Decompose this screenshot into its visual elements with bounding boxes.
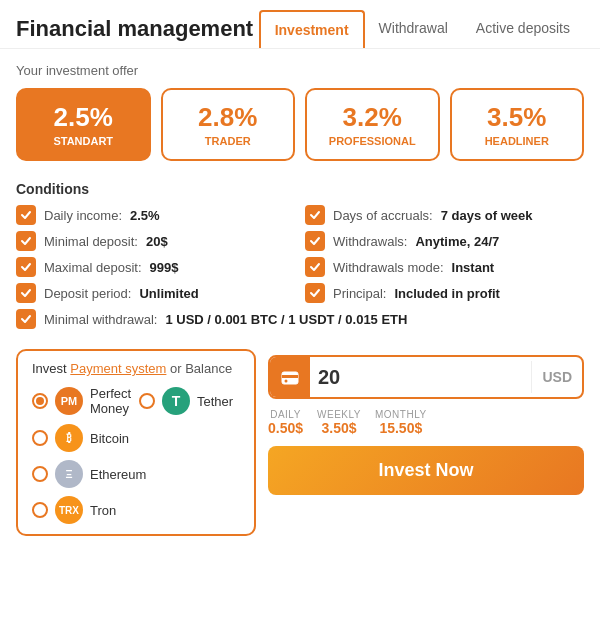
tabs: Investment Withdrawal Active deposits <box>259 10 584 48</box>
amount-input[interactable] <box>310 358 531 397</box>
offer-professional-percent: 3.2% <box>313 102 432 133</box>
label-withdrawals: Withdrawals: <box>333 234 407 249</box>
payment-tether[interactable]: T Tether <box>139 386 240 416</box>
label-min-w: Minimal withdrawal: <box>44 312 157 327</box>
offer-headliner-percent: 3.5% <box>458 102 577 133</box>
radio-tether[interactable] <box>139 393 155 409</box>
value-max-dep: 999$ <box>150 260 179 275</box>
amount-icon <box>270 357 310 397</box>
offer-headliner-name: HEADLINER <box>458 135 577 147</box>
offer-headliner[interactable]: 3.5% HEADLINER <box>450 88 585 161</box>
trx-icon: TRX <box>55 496 83 524</box>
value-principal: Included in profit <box>394 286 499 301</box>
offer-trader-percent: 2.8% <box>169 102 288 133</box>
payment-list: PM Perfect Money T Tether ₿ Bitcoin Ξ Et <box>32 386 240 524</box>
stat-weekly: WEEKLY 3.50$ <box>317 409 361 436</box>
condition-withdrawals: Withdrawals: Anytime, 24/7 <box>305 231 584 251</box>
btc-icon: ₿ <box>55 424 83 452</box>
condition-min-withdrawal: Minimal withdrawal: 1 USD / 0.001 BTC / … <box>16 309 584 329</box>
condition-days-accruals: Days of accruals: 7 days of week <box>305 205 584 225</box>
tab-withdrawal[interactable]: Withdrawal <box>365 10 462 48</box>
offer-professional[interactable]: 3.2% PROFESSIONAL <box>305 88 440 161</box>
pm-icon: PM <box>55 387 83 415</box>
label-daily: Daily income: <box>44 208 122 223</box>
conditions-grid: Daily income: 2.5% Days of accruals: 7 d… <box>16 205 584 329</box>
label-days: Days of accruals: <box>333 208 433 223</box>
condition-withdrawals-mode: Withdrawals mode: Instant <box>305 257 584 277</box>
payment-system-link[interactable]: Payment system <box>70 361 166 376</box>
stat-daily: DAILY 0.50$ <box>268 409 303 436</box>
btc-label: Bitcoin <box>90 431 129 446</box>
stat-monthly-value: 15.50$ <box>375 420 427 436</box>
pm-label: Perfect Money <box>90 386 133 416</box>
value-period: Unlimited <box>139 286 198 301</box>
payment-perfect-money[interactable]: PM Perfect Money <box>32 386 133 416</box>
check-icon-min-w <box>16 309 36 329</box>
radio-ethereum[interactable] <box>32 466 48 482</box>
tether-icon: T <box>162 387 190 415</box>
conditions-title: Conditions <box>16 181 584 197</box>
stat-daily-label: DAILY <box>268 409 303 420</box>
radio-perfect-money[interactable] <box>32 393 48 409</box>
currency-label: USD <box>531 361 582 393</box>
tether-label: Tether <box>197 394 233 409</box>
check-icon-days <box>305 205 325 225</box>
condition-principal: Principal: Included in profit <box>305 283 584 303</box>
payment-ethereum[interactable]: Ξ Ethereum <box>32 460 240 488</box>
condition-min-deposit: Minimal deposit: 20$ <box>16 231 295 251</box>
trx-label: Tron <box>90 503 116 518</box>
condition-max-deposit: Maximal deposit: 999$ <box>16 257 295 277</box>
radio-bitcoin[interactable] <box>32 430 48 446</box>
stat-weekly-label: WEEKLY <box>317 409 361 420</box>
value-daily: 2.5% <box>130 208 160 223</box>
label-max-dep: Maximal deposit: <box>44 260 142 275</box>
eth-icon: Ξ <box>55 460 83 488</box>
label-period: Deposit period: <box>44 286 131 301</box>
label-wmode: Withdrawals mode: <box>333 260 444 275</box>
offer-trader-name: TRADER <box>169 135 288 147</box>
page-title: Financial management <box>16 16 259 42</box>
conditions-section: Conditions Daily income: 2.5% Days of ac… <box>0 171 600 339</box>
svg-point-2 <box>285 380 288 383</box>
payment-header: Invest Payment system or Balance <box>32 361 240 376</box>
check-icon-principal <box>305 283 325 303</box>
tab-investment[interactable]: Investment <box>259 10 365 48</box>
check-icon-daily <box>16 205 36 225</box>
offers-list: 2.5% STANDART 2.8% TRADER 3.2% PROFESSIO… <box>16 88 584 161</box>
payment-tron[interactable]: TRX Tron <box>32 496 240 524</box>
offer-standart[interactable]: 2.5% STANDART <box>16 88 151 161</box>
offer-trader[interactable]: 2.8% TRADER <box>161 88 296 161</box>
header: Financial management Investment Withdraw… <box>0 0 600 49</box>
stat-monthly: MONTHLY 15.50$ <box>375 409 427 436</box>
check-icon-withdrawals <box>305 231 325 251</box>
bottom-section: Invest Payment system or Balance PM Perf… <box>0 339 600 552</box>
label-min-dep: Minimal deposit: <box>44 234 138 249</box>
tab-active-deposits[interactable]: Active deposits <box>462 10 584 48</box>
offers-label: Your investment offer <box>16 63 584 78</box>
value-withdrawals: Anytime, 24/7 <box>415 234 499 249</box>
stat-daily-value: 0.50$ <box>268 420 303 436</box>
offer-standart-name: STANDART <box>24 135 143 147</box>
value-days: 7 days of week <box>441 208 533 223</box>
invest-right: USD DAILY 0.50$ WEEKLY 3.50$ MONTHLY 15.… <box>268 349 584 536</box>
value-min-w: 1 USD / 0.001 BTC / 1 USDT / 0.015 ETH <box>165 312 407 327</box>
amount-box: USD <box>268 355 584 399</box>
or-balance-text: or Balance <box>170 361 232 376</box>
label-principal: Principal: <box>333 286 386 301</box>
offer-standart-percent: 2.5% <box>24 102 143 133</box>
check-icon-period <box>16 283 36 303</box>
value-wmode: Instant <box>452 260 495 275</box>
stat-weekly-value: 3.50$ <box>317 420 361 436</box>
check-icon-min-dep <box>16 231 36 251</box>
main-container: Financial management Investment Withdraw… <box>0 0 600 630</box>
radio-tron[interactable] <box>32 502 48 518</box>
payment-bitcoin[interactable]: ₿ Bitcoin <box>32 424 240 452</box>
payment-box: Invest Payment system or Balance PM Perf… <box>16 349 256 536</box>
offers-section: Your investment offer 2.5% STANDART 2.8%… <box>0 49 600 171</box>
stats-row: DAILY 0.50$ WEEKLY 3.50$ MONTHLY 15.50$ <box>268 409 584 436</box>
condition-daily-income: Daily income: 2.5% <box>16 205 295 225</box>
invest-now-button[interactable]: Invest Now <box>268 446 584 495</box>
check-icon-wmode <box>305 257 325 277</box>
check-icon-max-dep <box>16 257 36 277</box>
eth-label: Ethereum <box>90 467 146 482</box>
